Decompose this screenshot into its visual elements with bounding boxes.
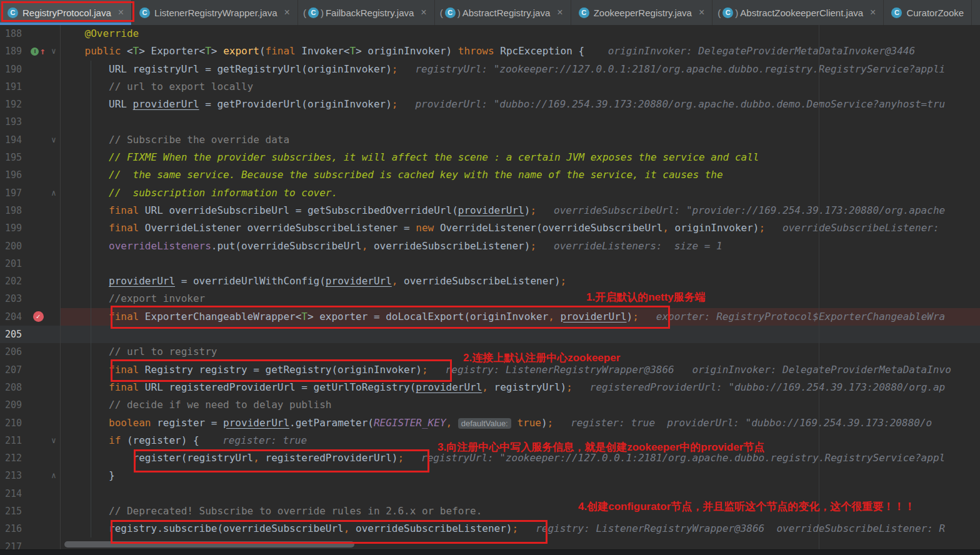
code-line[interactable]: 208 final URL registeredProviderUrl = ge… [0, 379, 980, 396]
close-icon[interactable]: × [557, 7, 562, 18]
tab-failbackregistry[interactable]: (C)FailbackRegistry.java× [298, 0, 435, 25]
fold-up-icon[interactable]: ∧ [48, 184, 60, 202]
code-text[interactable]: } [61, 467, 980, 484]
gutter[interactable]: 208 [0, 379, 61, 396]
code-line[interactable]: 215 // Deprecated! Subscribe to override… [0, 502, 980, 520]
code-line[interactable]: 194∨ // Subscribe the override data [0, 131, 980, 149]
gutter[interactable]: 201 [0, 255, 61, 272]
code-line[interactable]: 201 [0, 255, 980, 272]
gutter[interactable]: 188 [0, 25, 61, 42]
gutter[interactable]: 202 [0, 272, 61, 290]
gutter[interactable]: 205 [0, 326, 61, 343]
gutter[interactable]: 191 [0, 78, 61, 96]
gutter[interactable]: 207 [0, 361, 61, 379]
code-line[interactable]: 197∧ // subscription information to cove… [0, 184, 980, 202]
gutter[interactable]: 210 [0, 414, 61, 432]
code-line[interactable]: 210 boolean register = providerUrl.getPa… [0, 414, 980, 432]
code-line[interactable]: 190 URL registryUrl = getRegistryUrl(ori… [0, 61, 980, 78]
code-line[interactable]: 206 // url to registry [0, 343, 980, 361]
gutter[interactable]: 212 [0, 449, 61, 467]
code-text[interactable]: URL providerUrl = getProviderUrl(originI… [61, 96, 980, 113]
code-line[interactable]: 212 register(registryUrl, registeredProv… [0, 449, 980, 467]
gutter[interactable]: 209 [0, 396, 61, 414]
code-text[interactable]: // FIXME When the provider subscribes, i… [61, 149, 980, 166]
code-line[interactable]: 198 final URL overrideSubscribeUrl = get… [0, 202, 980, 219]
fold-down-icon[interactable]: ∨ [48, 131, 60, 149]
code-text[interactable]: // subscription information to cover. [61, 184, 980, 202]
code-text[interactable]: //export invoker [61, 290, 980, 308]
code-text[interactable]: boolean register = providerUrl.getParame… [61, 414, 980, 432]
code-line[interactable]: 214 [0, 485, 980, 502]
code-line[interactable]: 192 URL providerUrl = getProviderUrl(ori… [0, 96, 980, 113]
code-line[interactable]: 204✓ final ExporterChangeableWrapper<T> … [0, 308, 980, 326]
code-text[interactable] [61, 326, 980, 343]
gutter[interactable]: 214 [0, 485, 61, 502]
code-text[interactable]: registry.subscribe(overrideSubscribeUrl,… [61, 520, 980, 538]
horizontal-scrollbar[interactable] [64, 541, 354, 548]
code-line[interactable]: 199 final OverrideListener overrideSubsc… [0, 219, 980, 237]
code-line[interactable]: 216 registry.subscribe(overrideSubscribe… [0, 520, 980, 538]
code-text[interactable]: public <T> Exporter<T> export(final Invo… [61, 42, 980, 60]
fold-down-icon[interactable]: ∨ [48, 42, 60, 60]
code-text[interactable]: // url to export locally [61, 78, 980, 96]
close-icon[interactable]: × [699, 7, 704, 18]
code-line[interactable]: 205 [0, 326, 980, 343]
code-text[interactable] [61, 255, 980, 272]
code-line[interactable]: 195 // FIXME When the provider subscribe… [0, 149, 980, 166]
close-icon[interactable]: × [870, 7, 876, 18]
code-text[interactable]: final URL registeredProviderUrl = getUrl… [61, 379, 980, 396]
close-icon[interactable]: × [421, 7, 426, 18]
close-icon[interactable]: × [118, 7, 124, 18]
gutter[interactable]: 200 [0, 238, 61, 255]
gutter[interactable]: 194∨ [0, 131, 61, 149]
code-line[interactable]: 200 overrideListeners.put(overrideSubscr… [0, 238, 980, 255]
code-text[interactable]: // Deprecated! Subscribe to override rul… [61, 502, 980, 520]
gutter[interactable]: 189I↑∨ [0, 42, 61, 60]
code-text[interactable]: // decide if we need to delay publish [61, 396, 980, 414]
gutter[interactable]: 215 [0, 502, 61, 520]
close-icon[interactable]: × [284, 7, 290, 18]
code-line[interactable]: 191 // url to export locally [0, 78, 980, 96]
code-line[interactable]: 188 @Override [0, 25, 980, 42]
breakpoint-icon[interactable]: ✓ [33, 311, 44, 322]
code-text[interactable]: // url to registry [61, 343, 980, 361]
code-line[interactable]: 213∧ } [0, 467, 980, 484]
gutter[interactable]: 216 [0, 520, 61, 538]
gutter[interactable]: 198 [0, 202, 61, 219]
code-line[interactable]: 196 // the same service. Because the sub… [0, 166, 980, 184]
code-text[interactable]: providerUrl = overrideUrlWithConfig(prov… [61, 272, 980, 290]
code-line[interactable]: 193 [0, 113, 980, 131]
code-text[interactable]: final ExporterChangeableWrapper<T> expor… [61, 308, 980, 326]
implements-icon[interactable]: I [31, 48, 39, 56]
tab-abstractzookeeperclient[interactable]: (C)AbstractZookeeperClient.java× [712, 0, 884, 25]
code-text[interactable]: if (register) { register: true [61, 432, 980, 449]
gutter[interactable]: 206 [0, 343, 61, 361]
gutter[interactable]: 204✓ [0, 308, 61, 326]
gutter[interactable]: 196 [0, 166, 61, 184]
code-text[interactable]: register(registryUrl, registeredProvider… [61, 449, 980, 467]
gutter[interactable]: 195 [0, 149, 61, 166]
tab-abstractregistry[interactable]: (C)AbstractRegistry.java× [435, 0, 571, 25]
gutter[interactable]: 199 [0, 219, 61, 237]
tab-listenerregistrywrapper[interactable]: CListenerRegistryWrapper.java× [132, 0, 298, 25]
code-line[interactable]: 189I↑∨ public <T> Exporter<T> export(fin… [0, 42, 980, 60]
code-text[interactable]: // Subscribe the override data [61, 131, 980, 149]
gutter[interactable]: 193 [0, 113, 61, 131]
code-line[interactable]: 211∨ if (register) { register: true [0, 432, 980, 449]
code-line[interactable]: 203 //export invoker [0, 290, 980, 308]
code-text[interactable]: final URL overrideSubscribeUrl = getSubs… [61, 202, 980, 219]
tab-registryprotocol[interactable]: CRegistryProtocol.java× [0, 0, 132, 25]
code-line[interactable]: 209 // decide if we need to delay publis… [0, 396, 980, 414]
tab-curatorzooke[interactable]: CCuratorZooke [884, 0, 972, 25]
code-text[interactable]: // the same service. Because the subscri… [61, 166, 980, 184]
gutter[interactable]: 203 [0, 290, 61, 308]
gutter[interactable]: 192 [0, 96, 61, 113]
code-text[interactable]: overrideListeners.put(overrideSubscribeU… [61, 238, 980, 255]
gutter[interactable]: 211∨ [0, 432, 61, 449]
fold-down-icon[interactable]: ∨ [48, 432, 60, 449]
fold-up-icon[interactable]: ∧ [48, 467, 60, 484]
code-text[interactable] [61, 485, 980, 502]
gutter[interactable]: 213∧ [0, 467, 61, 484]
code-text[interactable]: @Override [61, 25, 980, 42]
tab-zookeeperregistry[interactable]: CZookeeperRegistry.java× [571, 0, 713, 25]
